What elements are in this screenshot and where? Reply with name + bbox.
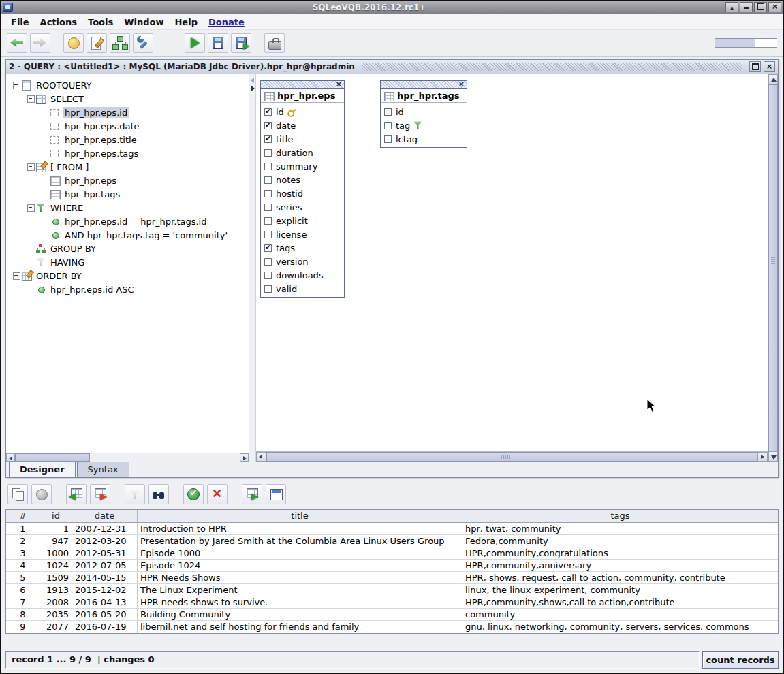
column-row[interactable]: explicit	[261, 214, 344, 227]
column-checkbox[interactable]	[264, 231, 272, 238]
tree-node[interactable]: hpr_hpr.tags	[6, 187, 249, 201]
column-row[interactable]: duration	[261, 146, 344, 159]
scrollbar-thumb[interactable]	[266, 452, 757, 462]
column-row[interactable]: version	[261, 255, 344, 268]
column-checkbox[interactable]	[264, 122, 272, 129]
menu-file[interactable]: File	[5, 16, 35, 29]
table-card[interactable]: hpr_hpr.eps id	[260, 80, 345, 298]
column-header[interactable]: date	[72, 510, 138, 522]
column-header[interactable]: title	[138, 510, 462, 522]
result-row[interactable]: 8 2035 2016-05-20 Building Community com…	[6, 609, 778, 621]
filter-results-button[interactable]	[125, 484, 145, 504]
tree-expander-icon[interactable]	[26, 92, 35, 106]
column-row[interactable]: tag	[381, 118, 467, 132]
diagram-horizontal-scrollbar[interactable]	[256, 451, 768, 462]
scroll-right-icon[interactable]	[757, 452, 768, 462]
column-row[interactable]: lctag	[381, 132, 467, 146]
result-row[interactable]: 1 1 2007-12-31 Introduction to HPR hpr, …	[6, 523, 778, 535]
tree-node[interactable]: HAVING	[6, 255, 249, 269]
column-checkbox[interactable]	[264, 190, 272, 197]
column-checkbox[interactable]	[384, 135, 392, 143]
previous-rows-button[interactable]	[66, 484, 87, 504]
tree-horizontal-scrollbar[interactable]	[6, 453, 249, 462]
copy-results-button[interactable]	[7, 484, 28, 504]
result-row[interactable]: 5 1509 2014-05-15 HPR Needs Shows HPR, s…	[6, 572, 778, 584]
menu-actions[interactable]: Actions	[35, 16, 82, 29]
column-checkbox[interactable]	[264, 135, 272, 143]
tab-designer[interactable]: Designer	[9, 462, 76, 478]
scroll-down-icon[interactable]	[768, 451, 778, 462]
tree-expander-icon[interactable]	[40, 119, 50, 133]
column-checkbox[interactable]	[264, 217, 272, 225]
card-drag-handle[interactable]	[381, 81, 467, 89]
split-divider[interactable]	[249, 74, 256, 462]
menu-window[interactable]: Window	[119, 16, 169, 29]
column-checkbox[interactable]	[384, 122, 392, 129]
tree-expander-icon[interactable]	[40, 187, 50, 201]
tree-expander-icon[interactable]	[26, 255, 35, 269]
column-header[interactable]: id	[40, 510, 72, 522]
tree-node[interactable]: [ FROM ]	[6, 160, 249, 174]
result-row[interactable]: 6 1913 2015-12-02 The Linux Experiment l…	[6, 584, 778, 596]
menu-donate[interactable]: Donate	[203, 16, 250, 29]
tree-expander-icon[interactable]	[12, 78, 21, 92]
tab-syntax[interactable]: Syntax	[77, 462, 129, 478]
metadata-explorer-button[interactable]	[63, 33, 84, 53]
column-header[interactable]: tags	[462, 510, 778, 522]
card-drag-handle[interactable]	[261, 81, 344, 89]
tree-expander-icon[interactable]	[26, 242, 35, 255]
tree-expander-icon[interactable]	[26, 283, 35, 296]
tree-expander-icon[interactable]	[40, 214, 50, 228]
column-checkbox[interactable]	[264, 258, 272, 266]
tree-node[interactable]: hpr_hpr.eps.id	[6, 106, 249, 119]
save-query-button[interactable]	[208, 33, 228, 53]
tree-node[interactable]: GROUP BY	[6, 242, 249, 255]
tree-node[interactable]: hpr_hpr.eps.id ASC	[6, 283, 249, 296]
scroll-left-icon[interactable]	[6, 453, 15, 462]
column-checkbox[interactable]	[264, 272, 272, 279]
column-checkbox[interactable]	[264, 108, 272, 116]
new-query-button[interactable]	[87, 33, 107, 53]
scroll-left-icon[interactable]	[256, 452, 266, 462]
result-row[interactable]: 9 2077 2016-07-19 libernil.net and self …	[6, 621, 778, 633]
scroll-right-icon[interactable]	[240, 453, 249, 462]
close-icon[interactable]	[457, 80, 466, 89]
forward-button[interactable]	[30, 33, 50, 53]
query-frame-titlebar[interactable]: 2 - QUERY : <Untitled1> : MySQL (MariaDB…	[6, 60, 778, 74]
tree-expander-icon[interactable]	[12, 269, 21, 283]
tree-expander-icon[interactable]	[40, 133, 50, 146]
column-row[interactable]: title	[261, 132, 344, 146]
tree-expander-icon[interactable]	[40, 106, 50, 119]
column-checkbox[interactable]	[264, 163, 272, 170]
result-row[interactable]: 4 1024 2012-07-05 Episode 1024 HPR,commu…	[6, 560, 778, 572]
count-records-button[interactable]: count records	[702, 651, 779, 669]
find-button[interactable]	[148, 484, 169, 504]
column-row[interactable]: license	[261, 227, 344, 241]
column-row[interactable]: series	[261, 200, 344, 214]
shade-button[interactable]	[725, 2, 738, 12]
column-row[interactable]: valid	[261, 282, 344, 295]
tree-node[interactable]: hpr_hpr.eps.title	[6, 133, 249, 146]
column-row[interactable]: summary	[261, 159, 344, 173]
close-button[interactable]	[768, 2, 781, 12]
next-rows-button[interactable]	[90, 484, 110, 504]
tree-expander-icon[interactable]	[40, 228, 50, 242]
column-checkbox[interactable]	[264, 176, 272, 184]
tree-expander-icon[interactable]	[40, 174, 50, 187]
diagram-vertical-scrollbar[interactable]	[768, 74, 778, 462]
tree-expander-icon[interactable]	[40, 146, 50, 160]
column-checkbox[interactable]	[264, 204, 272, 211]
drivers-button[interactable]	[133, 33, 153, 53]
frame-close-button[interactable]	[764, 61, 775, 72]
record-indicator[interactable]	[31, 484, 52, 504]
tree-node[interactable]: AND hpr_hpr.tags.tag = 'community'	[6, 228, 249, 242]
column-row[interactable]: id	[261, 105, 344, 118]
column-checkbox[interactable]	[264, 149, 272, 157]
minimize-button[interactable]	[740, 2, 753, 12]
joins-diagram-button[interactable]	[110, 33, 130, 53]
commit-button[interactable]	[183, 484, 204, 504]
tree-node[interactable]: hpr_hpr.eps	[6, 174, 249, 187]
column-checkbox[interactable]	[384, 108, 392, 116]
tree-node[interactable]: ROOTQUERY	[6, 78, 249, 92]
frame-maximize-button[interactable]	[749, 61, 761, 72]
